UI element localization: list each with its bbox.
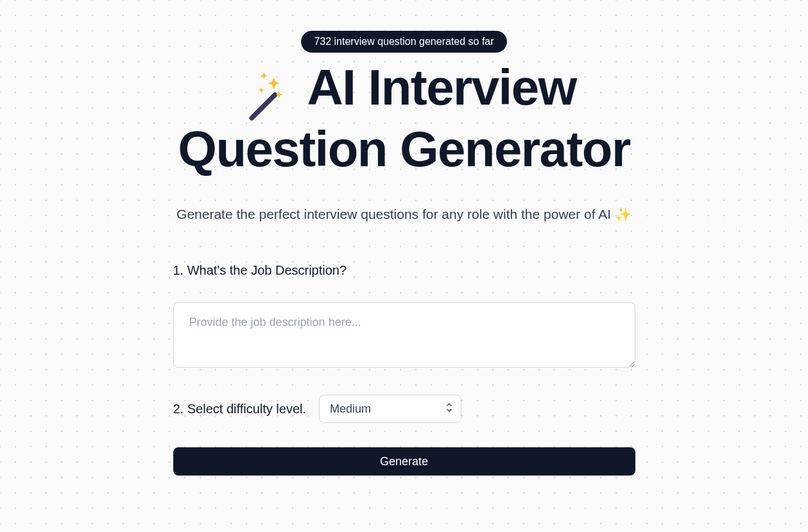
magic-wand-icon — [232, 67, 286, 123]
main-container: 732 interview question generated so far — [0, 0, 808, 476]
title-line1: AI Interview — [296, 59, 576, 116]
difficulty-select[interactable]: EasyMediumHard — [319, 395, 461, 423]
form: 1. What's the Job Description? 2. Select… — [173, 263, 635, 476]
subtitle: Generate the perfect interview questions… — [176, 207, 632, 222]
title-line2: Question Generator — [178, 121, 630, 177]
svg-rect-0 — [248, 92, 279, 122]
title-wrap: AI InterviewQuestion Generator — [178, 62, 630, 207]
difficulty-label: 2. Select difficulty level. — [173, 402, 307, 416]
job-description-label: 1. What's the Job Description? — [173, 263, 635, 278]
difficulty-row: 2. Select difficulty level. EasyMediumHa… — [173, 395, 635, 423]
page-title: AI InterviewQuestion Generator — [178, 62, 630, 176]
job-description-input[interactable] — [173, 302, 635, 368]
stats-badge: 732 interview question generated so far — [301, 31, 506, 53]
generate-button[interactable]: Generate — [173, 447, 635, 476]
difficulty-select-wrap: EasyMediumHard — [319, 395, 461, 423]
